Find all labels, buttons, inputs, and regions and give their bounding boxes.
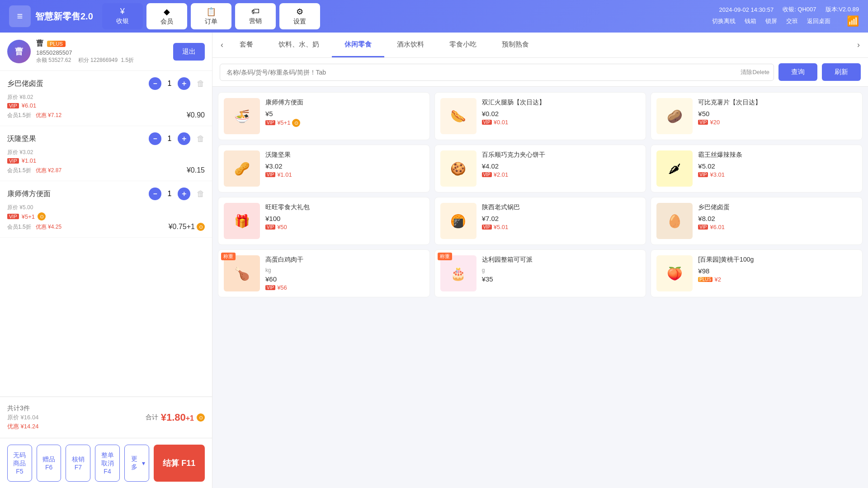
product-card[interactable]: 🥜沃隆坚果¥3.02VIP¥1.01 [218, 145, 430, 192]
customer-phone: 18550285507 [36, 49, 168, 56]
qty-plus-btn[interactable]: ＋ [178, 132, 190, 145]
total-amount: ¥1.80+1 [161, 412, 194, 423]
product-card[interactable]: 🎁旺旺零食大礼包¥100VIP¥50 [218, 197, 430, 245]
vip-price-tag: VIP [698, 225, 708, 230]
product-grid: 🍜康师傅方便面¥5VIP¥5+1⊙🌭双汇火腿肠【次日达】¥0.02VIP¥0.0… [212, 87, 868, 488]
shift-btn[interactable]: 交班 [786, 17, 798, 25]
delete-item-btn[interactable]: 🗑 [197, 79, 205, 89]
refresh-btn[interactable]: 刷新 [822, 63, 861, 81]
nav-tab-order[interactable]: 📋 订单 [191, 3, 231, 29]
product-card[interactable]: 🌭双汇火腿肠【次日达】¥0.02VIP¥0.01 [434, 92, 646, 140]
vip-price-tag: VIP [482, 120, 492, 125]
coin-icon: ⊙ [38, 212, 46, 221]
app-title: 智慧新零售2.0 [35, 10, 93, 23]
cash-drawer-btn[interactable]: 钱箱 [745, 17, 756, 25]
product-image: 🎁 [224, 203, 260, 239]
cart-item: 乡巴佬卤蛋 － 1 ＋ 🗑 原价 ¥8.02 VIP ¥6.01 [0, 71, 212, 126]
product-vip-price: ¥6.01 [710, 224, 725, 230]
qty-minus-btn[interactable]: － [149, 77, 161, 90]
product-vip-price: ¥56 [277, 284, 287, 291]
product-image: 🥜 [224, 150, 260, 187]
product-card[interactable]: 🍪百乐顺巧克力夹心饼干¥4.02VIP¥2.01 [434, 145, 646, 192]
lock-screen-btn[interactable]: 锁屏 [765, 17, 777, 25]
qty-minus-btn[interactable]: － [149, 132, 161, 145]
nav-tabs: ¥ 收银 ◆ 会员 📋 订单 🏷 营销 ⚙ 设置 [102, 3, 320, 29]
vip-tag: VIP [7, 158, 19, 164]
no-code-btn[interactable]: 无码商品 F5 [7, 445, 32, 482]
checkout-btn[interactable]: 结算 F11 [154, 445, 205, 482]
gift-btn[interactable]: 赠品 F6 [37, 445, 61, 482]
vip-price-tag: VIP [482, 225, 492, 230]
vip-tag: VIP [7, 214, 19, 219]
more-btn[interactable]: 更多 ▾ [124, 445, 149, 482]
product-name: 可比克薯片【次日达】 [698, 98, 857, 107]
product-card[interactable]: 称重🍗高蛋白鸡肉干kg¥60VIP¥56 [218, 249, 430, 297]
cat-tab-snacks2[interactable]: 零食小吃 [437, 33, 489, 57]
logo-icon: ≡ [9, 5, 31, 27]
product-vip-price: ¥5+1 [277, 119, 290, 126]
customer-name: 曹 [36, 39, 43, 48]
product-main-price: ¥60 [265, 275, 424, 283]
return-desktop-btn[interactable]: 返回桌面 [807, 17, 830, 25]
main-content: 曹 曹 PLUS 18550285507 余额 53527.62 积分 1228… [0, 33, 868, 488]
logout-button[interactable]: 退出 [173, 43, 205, 61]
cart-item-name: 乡巴佬卤蛋 [7, 79, 43, 89]
customer-info: 曹 PLUS 18550285507 余额 53527.62 积分 122866… [36, 39, 168, 64]
product-name: 达利园整箱可可派 [482, 255, 641, 264]
order-icon: 📋 [206, 7, 216, 17]
discount-rate: 会员1.5折 [7, 223, 31, 231]
vip-price-tag: VIP [482, 172, 492, 177]
cat-tab-package[interactable]: 套餐 [227, 33, 266, 57]
cat-next-btn[interactable]: › [854, 40, 863, 50]
product-name: 双汇火腿肠【次日达】 [482, 98, 641, 107]
weight-badge: 称重 [221, 253, 236, 260]
search-input[interactable] [220, 64, 774, 81]
qty-plus-btn[interactable]: ＋ [178, 77, 190, 90]
product-card[interactable]: 🌶霸王丝爆辣辣条¥5.02VIP¥3.01 [651, 145, 863, 192]
product-card[interactable]: 🍑[百果园]黄桃干100g¥98PLUS¥2 [651, 249, 863, 297]
cat-prev-btn[interactable]: ‹ [217, 40, 227, 50]
product-card[interactable]: 🥚乡巴佬卤蛋¥8.02VIP¥6.01 [651, 197, 863, 245]
datetime: 2024-09-02 14:30:57 [719, 6, 774, 13]
switch-offline-btn[interactable]: 切换离线 [712, 17, 736, 25]
original-price: 原价 ¥8.02 [7, 94, 61, 101]
nav-tab-member[interactable]: ◆ 会员 [146, 3, 187, 29]
product-main-price: ¥50 [698, 110, 857, 117]
product-main-price: ¥5 [265, 110, 424, 117]
qty-plus-btn[interactable]: ＋ [178, 188, 190, 200]
cashier-icon: ¥ [120, 7, 125, 16]
saving-text: 优惠 ¥4.25 [36, 223, 61, 231]
header-actions: 切换离线 钱箱 锁屏 交班 返回桌面 📶 [712, 15, 859, 27]
cat-tab-drinks[interactable]: 饮料、水、奶 [266, 33, 332, 57]
cancel-order-btn[interactable]: 整单取消 F4 [95, 445, 120, 482]
product-card[interactable]: 称重🎂达利园整箱可可派g¥35 [434, 249, 646, 297]
header: ≡ 智慧新零售2.0 ¥ 收银 ◆ 会员 📋 订单 🏷 营销 ⚙ 设置 2024… [0, 0, 868, 33]
product-card[interactable]: 🥔可比克薯片【次日达】¥50VIP¥20 [651, 92, 863, 140]
clear-search-btn[interactable]: 清除Delete [741, 68, 769, 76]
bottom-actions: 无码商品 F5 赠品 F6 核销 F7 整单取消 F4 更多 ▾ 结算 F11 [0, 438, 212, 488]
cat-tab-prepared[interactable]: 预制熟食 [489, 33, 542, 57]
item-total-area: ¥0.75+1 ⊙ [169, 223, 205, 231]
cart-item: 康师傅方便面 － 1 ＋ 🗑 原价 ¥5.00 VIP ¥5+1 [0, 181, 212, 238]
verify-btn[interactable]: 核销 F7 [66, 445, 90, 482]
settings-icon: ⚙ [296, 7, 303, 17]
product-card[interactable]: 🍘陕西老式锅巴¥7.02VIP¥5.01 [434, 197, 646, 245]
nav-tab-settings[interactable]: ⚙ 设置 [279, 3, 320, 29]
nav-tab-marketing[interactable]: 🏷 营销 [235, 3, 276, 29]
qty-minus-btn[interactable]: － [149, 188, 161, 200]
delete-item-btn[interactable]: 🗑 [197, 134, 205, 144]
cat-tab-snacks[interactable]: 休闲零食 [332, 33, 384, 57]
delete-item-btn[interactable]: 🗑 [197, 189, 205, 199]
marketing-icon: 🏷 [251, 7, 259, 16]
wifi-icon: 📶 [847, 15, 859, 27]
product-main-price: ¥98 [698, 267, 857, 275]
cart-footer: 共计3件 原价 ¥16.04 优惠 ¥14.24 合计 ¥1.80+1 ⊙ [0, 396, 212, 438]
product-vip-price: ¥1.01 [277, 171, 292, 178]
cat-tab-alcohol[interactable]: 酒水饮料 [384, 33, 437, 57]
cart-coin-icon: ⊙ [197, 413, 205, 422]
query-btn[interactable]: 查询 [778, 63, 817, 81]
coin-icon: ⊙ [292, 119, 300, 127]
cashier-id: 收银: QH007 [783, 5, 816, 14]
nav-tab-cashier[interactable]: ¥ 收银 [102, 3, 143, 29]
product-card[interactable]: 🍜康师傅方便面¥5VIP¥5+1⊙ [218, 92, 430, 140]
